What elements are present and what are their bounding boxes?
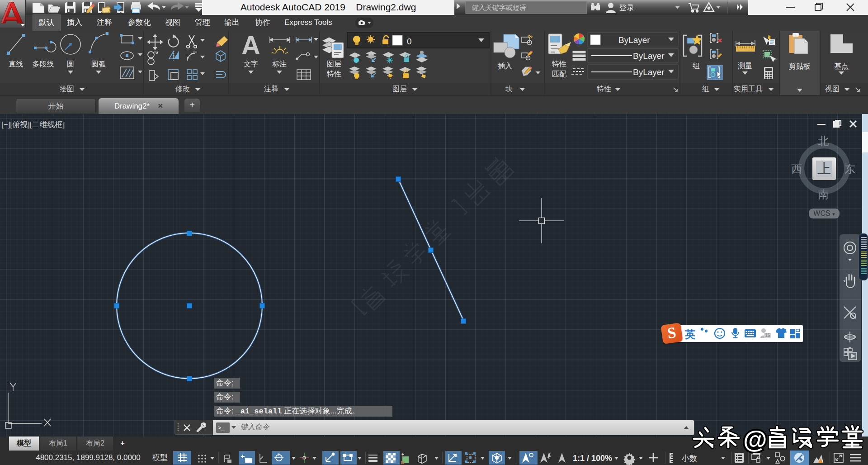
- svg-text:绘图: 绘图: [60, 85, 74, 93]
- svg-text:标注: 标注: [272, 60, 287, 68]
- svg-text:块: 块: [505, 85, 513, 93]
- svg-text:直线: 直线: [9, 60, 23, 68]
- svg-text:0: 0: [407, 37, 412, 46]
- svg-text:注释: 注释: [264, 85, 278, 93]
- svg-text:特性: 特性: [596, 85, 611, 93]
- svg-text:组: 组: [692, 62, 700, 70]
- svg-text:测量: 测量: [738, 62, 752, 70]
- svg-text:特性: 特性: [552, 60, 566, 68]
- svg-text:1:1 / 100%: 1:1 / 100%: [573, 454, 612, 463]
- svg-text:英: 英: [684, 328, 695, 340]
- svg-text:键入关键字或短语: 键入关键字或短语: [471, 4, 527, 11]
- svg-text:15: 15: [765, 333, 770, 338]
- svg-text:匹配: 匹配: [552, 70, 567, 78]
- svg-text:登录: 登录: [619, 4, 634, 12]
- svg-text:特性: 特性: [326, 70, 341, 78]
- svg-text:视图: 视图: [825, 85, 840, 93]
- svg-text:圆弧: 圆弧: [91, 60, 106, 68]
- svg-text:实用工具: 实用工具: [734, 85, 763, 93]
- svg-text:@: @: [743, 426, 767, 453]
- svg-text:文字: 文字: [244, 60, 258, 68]
- svg-text:小数: 小数: [681, 454, 697, 463]
- svg-text:图层: 图层: [327, 60, 341, 68]
- svg-text:组: 组: [702, 85, 709, 93]
- svg-text:基点: 基点: [834, 62, 849, 70]
- svg-text:多段线: 多段线: [32, 60, 54, 68]
- svg-text:ByLayer: ByLayer: [618, 35, 650, 45]
- svg-text:!: !: [822, 459, 823, 463]
- svg-text:修改: 修改: [175, 85, 190, 93]
- svg-text:A: A: [241, 31, 260, 60]
- svg-text:插入: 插入: [498, 62, 512, 70]
- svg-text:圆: 圆: [67, 60, 74, 68]
- svg-text:剪贴板: 剪贴板: [789, 62, 811, 70]
- svg-text:图层: 图层: [392, 85, 407, 93]
- svg-text:ByLayer: ByLayer: [633, 51, 665, 61]
- svg-text:ByLayer: ByLayer: [633, 67, 665, 77]
